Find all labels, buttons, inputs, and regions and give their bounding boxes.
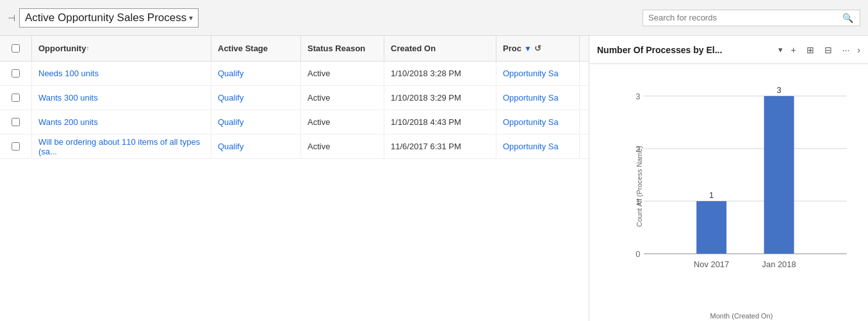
top-bar: ⊣ Active Opportunity Sales Process ▾ 🔍	[0, 0, 868, 36]
col-header-status-reason[interactable]: Status Reason	[301, 36, 384, 61]
bar-chart: 01231Nov 20173Jan 2018	[621, 70, 862, 302]
cell-status-reason: Active	[301, 62, 384, 85]
status-reason-value: Active	[307, 117, 330, 127]
cell-active-stage: Qualify	[211, 86, 301, 110]
table-panel: Opportunity ↑ Active Stage Status Reason…	[0, 36, 589, 321]
svg-text:Nov 2017: Nov 2017	[694, 259, 729, 269]
cell-created-on: 1/10/2018 3:28 PM	[384, 62, 496, 85]
search-button[interactable]: 🔍	[841, 13, 855, 23]
layout-button[interactable]: ⊞	[804, 44, 817, 56]
table-body: Needs 100 units Qualify Active 1/10/2018…	[0, 62, 589, 159]
cell-process: Opportunity Sa	[496, 135, 580, 158]
top-bar-left: ⊣ Active Opportunity Sales Process ▾	[8, 8, 199, 28]
created-on-value: 1/10/2018 3:28 PM	[391, 69, 461, 78]
svg-text:3: 3	[635, 92, 640, 101]
svg-rect-9	[696, 201, 726, 254]
chart-container: Count All (Process Name) 01231Nov 20173J…	[589, 64, 868, 321]
cell-process: Opportunity Sa	[496, 62, 580, 85]
row-checkbox[interactable]	[0, 110, 32, 134]
save-icon: ⊟	[824, 45, 832, 55]
chart-svg-wrapper: Count All (Process Name) 01231Nov 20173J…	[621, 70, 862, 302]
col-header-active-stage[interactable]: Active Stage	[211, 36, 301, 61]
add-chart-button[interactable]: +	[788, 44, 798, 56]
opportunity-link[interactable]: Needs 100 units	[38, 69, 99, 78]
process-link[interactable]: Opportunity Sa	[503, 93, 559, 103]
col-header-opportunity[interactable]: Opportunity ↑	[32, 36, 211, 61]
cell-status-reason: Active	[301, 110, 384, 134]
top-bar-right: 🔍	[643, 10, 860, 26]
table-row: Needs 100 units Qualify Active 1/10/2018…	[0, 62, 589, 86]
select-all-checkbox[interactable]	[12, 44, 20, 53]
table-row: Wants 300 units Qualify Active 1/10/2018…	[0, 86, 589, 110]
page-title: Active Opportunity Sales Process	[25, 12, 186, 24]
opportunity-link[interactable]: Wants 200 units	[38, 117, 98, 127]
active-stage-link[interactable]: Qualify	[218, 93, 243, 103]
title-dropdown[interactable]: Active Opportunity Sales Process ▾	[19, 8, 199, 28]
chart-header: Number Of Processes by El... ▾ + ⊞ ⊟ ···…	[589, 36, 868, 64]
svg-text:0: 0	[635, 249, 640, 259]
table-row: Will be ordering about 110 items of all …	[0, 135, 589, 159]
chevron-down-icon: ▾	[189, 13, 193, 22]
col-label-status-reason: Status Reason	[307, 44, 365, 53]
chart-panel: Number Of Processes by El... ▾ + ⊞ ⊟ ···…	[589, 36, 868, 321]
chevron-down-icon[interactable]: ▾	[778, 45, 783, 54]
col-label-active-stage: Active Stage	[218, 44, 268, 53]
table-header: Opportunity ↑ Active Stage Status Reason…	[0, 36, 589, 62]
cell-active-stage: Qualify	[211, 110, 301, 134]
col-label-created-on: Created On	[391, 44, 436, 53]
cell-opportunity: Wants 200 units	[32, 110, 211, 134]
created-on-value: 1/10/2018 3:29 PM	[391, 93, 461, 103]
cell-created-on: 1/10/2018 3:29 PM	[384, 86, 496, 110]
refresh-icon[interactable]: ↺	[534, 44, 541, 53]
row-checkbox[interactable]	[0, 135, 32, 158]
cell-opportunity: Wants 300 units	[32, 86, 211, 110]
svg-text:Jan 2018: Jan 2018	[762, 259, 796, 269]
opportunity-link[interactable]: Will be ordering about 110 items of all …	[38, 137, 204, 156]
opportunity-link[interactable]: Wants 300 units	[38, 93, 98, 103]
active-stage-link[interactable]: Qualify	[218, 142, 243, 151]
col-label-opportunity: Opportunity	[38, 44, 86, 53]
status-reason-value: Active	[307, 69, 330, 78]
cell-status-reason: Active	[301, 86, 384, 110]
cell-status-reason: Active	[301, 135, 384, 158]
search-box: 🔍	[643, 10, 860, 26]
active-stage-link[interactable]: Qualify	[218, 69, 243, 78]
x-axis-label: Month (Created On)	[710, 312, 773, 320]
table-row: Wants 200 units Qualify Active 1/10/2018…	[0, 110, 589, 135]
process-link[interactable]: Opportunity Sa	[503, 117, 559, 127]
expand-icon[interactable]: ›	[857, 45, 860, 55]
status-reason-value: Active	[307, 93, 330, 103]
cell-active-stage: Qualify	[211, 62, 301, 85]
svg-rect-12	[764, 96, 794, 254]
cell-active-stage: Qualify	[211, 135, 301, 158]
select-all-checkbox-col	[0, 36, 32, 61]
created-on-value: 11/6/2017 6:31 PM	[391, 142, 461, 151]
row-checkbox[interactable]	[0, 62, 32, 85]
process-link[interactable]: Opportunity Sa	[503, 142, 559, 151]
process-link[interactable]: Opportunity Sa	[503, 69, 559, 78]
y-axis-label: Count All (Process Name)	[635, 145, 643, 227]
cell-opportunity: Needs 100 units	[32, 62, 211, 85]
cell-opportunity: Will be ordering about 110 items of all …	[32, 135, 211, 158]
created-on-value: 1/10/2018 4:43 PM	[391, 117, 461, 127]
svg-text:1: 1	[709, 190, 714, 200]
chart-title: Number Of Processes by El...	[597, 45, 773, 55]
active-stage-link[interactable]: Qualify	[218, 117, 243, 127]
main-content: Opportunity ↑ Active Stage Status Reason…	[0, 36, 868, 321]
col-header-created-on[interactable]: Created On	[384, 36, 496, 61]
status-reason-value: Active	[307, 142, 330, 151]
cell-process: Opportunity Sa	[496, 110, 580, 134]
search-input[interactable]	[648, 13, 841, 22]
cell-process: Opportunity Sa	[496, 86, 580, 110]
pin-icon: ⊣	[8, 13, 15, 23]
cell-created-on: 1/10/2018 4:43 PM	[384, 110, 496, 134]
cell-created-on: 11/6/2017 6:31 PM	[384, 135, 496, 158]
svg-text:3: 3	[777, 85, 782, 95]
save-chart-button[interactable]: ⊟	[822, 44, 835, 56]
col-header-process: Proc ▼ ↺	[496, 36, 580, 61]
sort-asc-icon: ↑	[86, 45, 89, 52]
filter-icon[interactable]: ▼	[524, 44, 532, 53]
row-checkbox[interactable]	[0, 86, 32, 110]
col-label-process: Proc	[503, 44, 521, 53]
more-options-button[interactable]: ···	[840, 44, 853, 56]
